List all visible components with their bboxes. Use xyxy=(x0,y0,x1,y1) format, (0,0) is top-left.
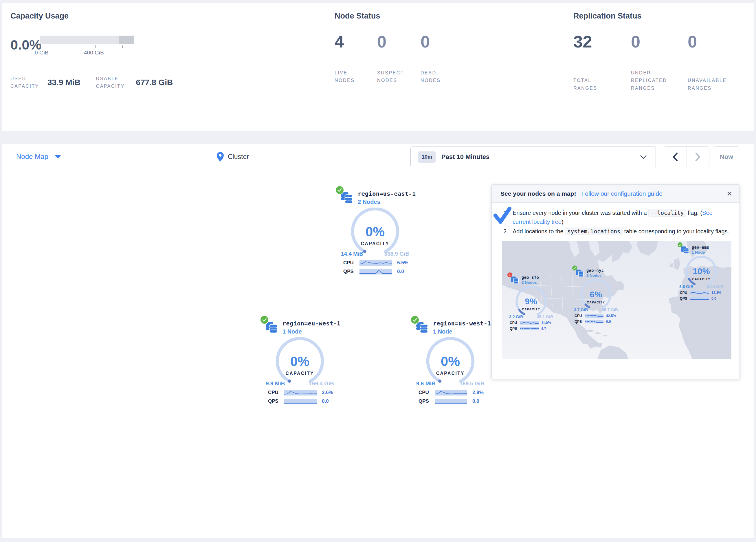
capacity-gauge: 9% CAPACITY xyxy=(507,286,555,317)
breadcrumb[interactable]: Cluster xyxy=(217,152,249,161)
chevron-down-icon xyxy=(640,155,647,159)
suspect-nodes-label: SUSPECT NODES xyxy=(377,69,405,84)
node-count-link[interactable]: 1 Node xyxy=(692,250,709,254)
gauge-capacity-label: CAPACITY xyxy=(361,241,389,246)
popup-title: See your nodes on a map! xyxy=(500,190,576,197)
under-replicated-label: UNDER-REPLICATED RANGES xyxy=(631,69,674,92)
qps-label: QPS xyxy=(680,297,690,301)
used-capacity: 3.7 GiB xyxy=(574,308,588,312)
qps-label: QPS xyxy=(510,327,520,331)
qps-label: QPS xyxy=(575,320,585,324)
live-nodes-count: 4 xyxy=(335,33,377,50)
cpu-value: 5.5% xyxy=(397,260,408,266)
capacity-bar-ticks xyxy=(40,45,134,49)
configuration-guide-link[interactable]: Follow our configuration guide xyxy=(581,190,662,197)
view-selector-label: Node Map xyxy=(16,152,48,161)
cpu-label: CPU xyxy=(268,390,284,396)
time-forward-button[interactable] xyxy=(687,147,709,167)
region-node-us-west-1[interactable]: region=us-west-1 1 Node 0% CAPACITY 9.6 … xyxy=(410,317,491,404)
gauge-capacity-label: CAPACITY xyxy=(522,308,540,311)
node-count-link[interactable]: 1 Node xyxy=(282,328,341,335)
time-back-button[interactable] xyxy=(664,147,687,167)
qps-label: QPS xyxy=(419,398,435,404)
qps-label: QPS xyxy=(268,398,284,404)
time-range-dropdown[interactable]: 10m Past 10 Minutes xyxy=(410,146,656,167)
capacity-bar-used-segment xyxy=(119,36,134,44)
popup-instructions: 1. Ensure every node in your cluster was… xyxy=(492,203,740,238)
page-bottom-gutter xyxy=(0,538,756,542)
locality-flag-code: --locality xyxy=(648,209,686,216)
gauge-percent: 9% xyxy=(525,297,537,306)
warning-badge-icon: 1 xyxy=(507,273,512,278)
qps-metric-row: QPS 0.0 xyxy=(419,398,491,404)
replication-status-section: Replication Status 32 0 0 TOTAL RANGES U… xyxy=(573,12,743,92)
map-node-geo-sfo[interactable]: 1 geo=sfo 2 Nodes xyxy=(507,274,555,331)
cpu-label: CPU xyxy=(419,390,435,396)
node-count-link[interactable]: 1 Node xyxy=(433,328,491,335)
total-capacity: 65.7 GiB xyxy=(602,308,618,312)
qps-value: 0.0 xyxy=(711,297,716,301)
time-step-buttons xyxy=(664,146,709,167)
map-node-geo-ams[interactable]: geo=ams 1 Node 10% CAPACITY 3.6 GiB 34.4… xyxy=(678,243,725,301)
node-count-link[interactable]: 2 Nodes xyxy=(586,273,604,278)
popup-header: See your nodes on a map! Follow our conf… xyxy=(492,185,740,203)
qps-metric-row: QPS 4.7 xyxy=(510,327,555,331)
database-stack-icon xyxy=(575,269,584,279)
node-map-canvas: region=us-east-1 2 Nodes 0% CAPACITY 14.… xyxy=(2,169,754,538)
qps-sparkline xyxy=(284,399,317,404)
qps-sparkline xyxy=(359,269,392,275)
cpu-label: CPU xyxy=(680,291,690,295)
capacity-usage-section: Capacity Usage 0.0% 0 GiB 400 GiB USED C… xyxy=(10,12,173,90)
usable-capacity-value: 677.8 GiB xyxy=(136,78,173,87)
gauge-capacity-label: CAPACITY xyxy=(286,371,314,376)
world-map-preview: 1 geo=sfo 2 Nodes xyxy=(502,241,731,359)
cpu-value: 2.8% xyxy=(472,390,484,396)
now-button[interactable]: Now xyxy=(714,146,739,167)
used-capacity: 3.6 GiB xyxy=(679,284,693,289)
cpu-sparkline xyxy=(690,291,709,295)
qps-metric-row: QPS 0.0 xyxy=(343,269,416,275)
locality-label: geo=sfo xyxy=(522,275,539,280)
capacity-gauge: 10% CAPACITY xyxy=(678,256,725,287)
used-capacity-label: USED CAPACITY xyxy=(10,75,45,90)
healthy-check-icon xyxy=(336,186,344,194)
locality-label: geo=nyc xyxy=(586,268,604,273)
database-stack-icon xyxy=(680,245,689,255)
qps-sparkline xyxy=(690,297,709,300)
region-node-eu-west-1[interactable]: region=eu-west-1 1 Node 0% CAPACITY 9.9 … xyxy=(259,317,340,404)
dead-nodes-count: 0 xyxy=(421,33,464,50)
chevron-right-icon xyxy=(695,152,700,161)
cpu-value: 11.0% xyxy=(541,321,551,325)
unavailable-ranges-count: 0 xyxy=(688,33,743,50)
node-count-link[interactable]: 2 Nodes xyxy=(522,280,539,285)
suspect-nodes-count: 0 xyxy=(377,33,421,50)
healthy-check-icon xyxy=(572,265,577,270)
time-range-badge: 10m xyxy=(418,151,436,163)
qps-value: 0.0 xyxy=(606,320,611,324)
qps-value: 4.7 xyxy=(541,327,546,331)
close-icon[interactable]: × xyxy=(727,189,732,198)
gauge-capacity-label: CAPACITY xyxy=(692,278,710,281)
cpu-metric-row: CPU 2.8% xyxy=(419,390,491,396)
view-selector-dropdown[interactable]: Node Map xyxy=(16,152,61,161)
region-node-us-east-1[interactable]: region=us-east-1 2 Nodes 0% CAPACITY 14.… xyxy=(335,187,416,275)
gauge-percent: 0% xyxy=(290,354,309,369)
healthy-check-icon xyxy=(260,316,268,324)
locality-label: geo=ams xyxy=(692,245,709,249)
cpu-sparkline xyxy=(585,314,603,318)
setup-step-2: 2. Add locations to the system.locations… xyxy=(503,227,730,236)
qps-value: 0.0 xyxy=(472,398,479,404)
node-status-title: Node Status xyxy=(335,12,464,21)
cpu-sparkline xyxy=(520,321,539,325)
cpu-label: CPU xyxy=(510,321,520,325)
cpu-sparkline xyxy=(284,390,317,396)
used-capacity-value: 33.9 MiB xyxy=(47,78,80,87)
qps-metric-row: QPS 0.0 xyxy=(268,398,340,404)
qps-value: 0.0 xyxy=(397,269,404,275)
locality-label: region=eu-west-1 xyxy=(282,320,341,327)
total-capacity: 169.5 GiB xyxy=(459,381,485,387)
node-count-link[interactable]: 2 Nodes xyxy=(358,198,416,205)
cpu-value: 12.3% xyxy=(711,291,721,295)
capacity-gauge: 6% CAPACITY xyxy=(572,279,620,311)
map-node-geo-nyc[interactable]: geo=nyc 2 Nodes 6% CAPACITY 3.7 GiB 65.7… xyxy=(572,266,620,324)
